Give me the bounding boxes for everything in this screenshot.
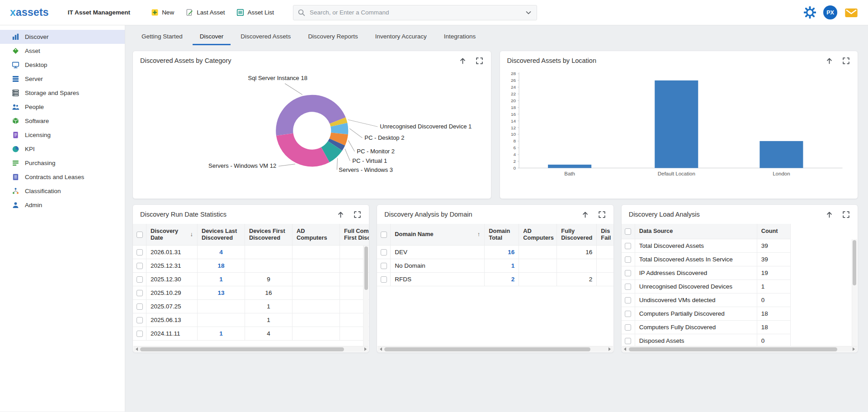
sidebar-item-admin[interactable]: Admin [0, 198, 125, 212]
export-icon[interactable] [825, 210, 834, 219]
row-checkbox[interactable] [137, 331, 143, 337]
column-header-devices-last-discovered[interactable]: Devices Last Discovered [198, 224, 245, 246]
scroll-thumb[interactable] [384, 347, 590, 351]
column-header-data-source[interactable]: Data Source [635, 224, 757, 239]
scroll-thumb[interactable] [364, 246, 368, 290]
column-header-ad-computers[interactable]: AD Computers [519, 224, 557, 246]
select-all-checkbox[interactable] [625, 228, 631, 235]
scroll-track[interactable] [384, 346, 606, 352]
tab-discover[interactable]: Discover [193, 28, 231, 45]
scroll-right-arrow[interactable] [362, 346, 368, 352]
column-header-count[interactable]: Count [757, 224, 791, 239]
vertical-scrollbar[interactable] [852, 239, 857, 346]
row-checkbox[interactable] [381, 263, 387, 269]
sidebar-item-server[interactable]: Server [0, 72, 125, 86]
row-checkbox[interactable] [381, 276, 387, 283]
avatar[interactable]: PX [823, 5, 837, 19]
row-checkbox[interactable] [137, 249, 143, 256]
row-checkbox[interactable] [137, 263, 143, 269]
cell-link[interactable]: 4 [219, 249, 223, 256]
sidebar-item-asset[interactable]: Asset [0, 44, 125, 58]
scroll-track[interactable] [140, 346, 362, 352]
gear-button[interactable] [804, 6, 816, 19]
expand-icon[interactable] [598, 210, 606, 219]
cell-link[interactable]: 1 [219, 276, 223, 283]
select-all-checkbox[interactable] [137, 232, 143, 238]
expand-icon[interactable] [842, 210, 850, 219]
row-checkbox[interactable] [137, 290, 143, 296]
row-checkbox[interactable] [137, 317, 143, 323]
select-all-checkbox[interactable] [381, 232, 387, 238]
expand-icon[interactable] [475, 57, 484, 65]
scroll-left-arrow[interactable] [622, 346, 628, 352]
row-checkbox[interactable] [137, 303, 143, 310]
export-icon[interactable] [336, 210, 345, 219]
scroll-right-arrow[interactable] [851, 346, 857, 352]
row-checkbox[interactable] [381, 249, 387, 256]
horizontal-scrollbar[interactable] [133, 346, 368, 352]
tab-discovered-assets[interactable]: Discovered Assets [233, 28, 298, 45]
sidebar-item-software[interactable]: Software [0, 114, 125, 128]
row-checkbox[interactable] [625, 270, 631, 276]
sidebar-item-storage-and-spares[interactable]: Storage and Spares [0, 86, 125, 100]
cell-link[interactable]: 1 [219, 330, 223, 337]
row-checkbox[interactable] [625, 256, 631, 263]
tab-inventory-accuracy[interactable]: Inventory Accuracy [368, 28, 434, 45]
sidebar-item-contracts-and-leases[interactable]: Contracts and Leases [0, 170, 125, 184]
row-checkbox[interactable] [625, 338, 631, 344]
column-header-full-comp-first-disc[interactable]: Full Comp First Disc [340, 224, 369, 246]
row-checkbox[interactable] [625, 324, 631, 331]
scroll-left-arrow[interactable] [377, 346, 384, 352]
export-icon[interactable] [825, 57, 834, 65]
bar-bath[interactable] [548, 165, 591, 168]
column-header-discovery-date[interactable]: Discovery Date↓ [146, 224, 198, 246]
export-icon[interactable] [458, 57, 467, 65]
tab-discovery-reports[interactable]: Discovery Reports [301, 28, 365, 45]
horizontal-scrollbar[interactable] [377, 346, 613, 352]
mail-button[interactable] [844, 6, 858, 19]
cell-link[interactable]: 16 [508, 249, 514, 256]
scroll-track[interactable] [628, 346, 851, 352]
sidebar-item-discover[interactable]: Discover [0, 30, 125, 44]
sidebar-item-desktop[interactable]: Desktop [0, 58, 125, 72]
sidebar-item-purchasing[interactable]: Purchasing [0, 156, 125, 170]
search-input[interactable] [293, 5, 537, 20]
bar-london[interactable] [760, 141, 803, 168]
asset-list-button[interactable]: Asset List [236, 9, 274, 16]
new-button[interactable]: New [151, 9, 174, 16]
last-asset-button[interactable]: Last Asset [186, 9, 225, 16]
tab-getting-started[interactable]: Getting Started [134, 28, 190, 45]
row-checkbox[interactable] [625, 297, 631, 303]
cell-link[interactable]: 18 [217, 262, 224, 269]
scroll-thumb[interactable] [140, 347, 344, 351]
chevron-down-icon[interactable] [524, 9, 533, 17]
cell-link[interactable]: 1 [511, 262, 515, 269]
column-header-dis-fail[interactable]: Dis Fail [597, 224, 613, 246]
expand-icon[interactable] [842, 57, 850, 65]
horizontal-scrollbar[interactable] [622, 346, 857, 352]
app-logo[interactable]: xassets [10, 6, 49, 19]
sidebar-item-licensing[interactable]: Licensing [0, 128, 125, 142]
column-header-devices-first-discovered[interactable]: Devices First Discovered [245, 224, 292, 246]
expand-icon[interactable] [353, 210, 362, 219]
column-header-domain-total[interactable]: Domain Total [485, 224, 519, 246]
row-checkbox[interactable] [625, 311, 631, 317]
sidebar-item-people[interactable]: People [0, 100, 125, 114]
vertical-scrollbar[interactable] [363, 246, 368, 346]
column-header-fully-discovered[interactable]: Fully Discovered [557, 224, 597, 246]
row-checkbox[interactable] [137, 276, 143, 283]
sidebar-item-kpi[interactable]: KPI [0, 142, 125, 156]
tab-integrations[interactable]: Integrations [437, 28, 483, 45]
cell-link[interactable]: 13 [217, 289, 224, 296]
row-checkbox[interactable] [625, 243, 631, 249]
column-header-ad-computers[interactable]: AD Computers [292, 224, 340, 246]
scroll-thumb[interactable] [853, 240, 856, 285]
donut-segment-servers-windows-vm[interactable] [276, 133, 330, 167]
scroll-left-arrow[interactable] [133, 346, 140, 352]
sidebar-item-classification[interactable]: Classification [0, 184, 125, 198]
scroll-thumb[interactable] [629, 347, 837, 351]
export-icon[interactable] [581, 210, 590, 219]
cell-link[interactable]: 2 [511, 276, 515, 283]
column-header-domain-name[interactable]: Domain Name↑ [391, 224, 485, 246]
row-checkbox[interactable] [625, 284, 631, 290]
